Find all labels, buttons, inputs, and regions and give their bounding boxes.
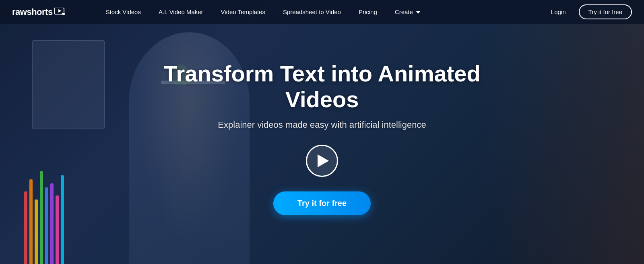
hero-content: Transform Text into Animated Videos Expl… <box>0 0 644 264</box>
hero-subtitle: Explainer videos made easy with artifici… <box>218 120 426 130</box>
svg-rect-3 <box>62 14 65 15</box>
play-button[interactable] <box>306 145 338 177</box>
nav-links: Stock Videos A.I. Video Maker Video Temp… <box>97 0 542 24</box>
logo-icon <box>54 8 65 16</box>
hero-section: rawshorts Stock Videos A.I. Video Maker … <box>0 0 644 264</box>
svg-rect-2 <box>62 13 65 14</box>
nav-try-button[interactable]: Try it for free <box>579 4 632 19</box>
nav-login[interactable]: Login <box>542 0 575 24</box>
nav-ai-video-maker[interactable]: A.I. Video Maker <box>150 0 212 24</box>
nav-spreadsheet-to-video[interactable]: Spreadsheet to Video <box>274 0 350 24</box>
logo-text: rawshorts <box>12 7 53 17</box>
hero-title: Transform Text into Animated Videos <box>141 61 503 113</box>
logo-plain: raw <box>12 7 27 17</box>
chevron-down-icon <box>416 11 420 14</box>
nav-video-templates[interactable]: Video Templates <box>212 0 274 24</box>
nav-create[interactable]: Create <box>386 0 429 24</box>
logo-bold: shorts <box>27 7 52 17</box>
hero-try-button[interactable]: Try it for free <box>273 191 371 215</box>
navbar: rawshorts Stock Videos A.I. Video Maker … <box>0 0 644 24</box>
nav-stock-videos[interactable]: Stock Videos <box>97 0 150 24</box>
svg-marker-1 <box>58 9 62 12</box>
logo[interactable]: rawshorts <box>12 7 65 17</box>
nav-pricing[interactable]: Pricing <box>350 0 386 24</box>
play-triangle-icon <box>318 154 329 167</box>
nav-create-label: Create <box>395 0 413 24</box>
